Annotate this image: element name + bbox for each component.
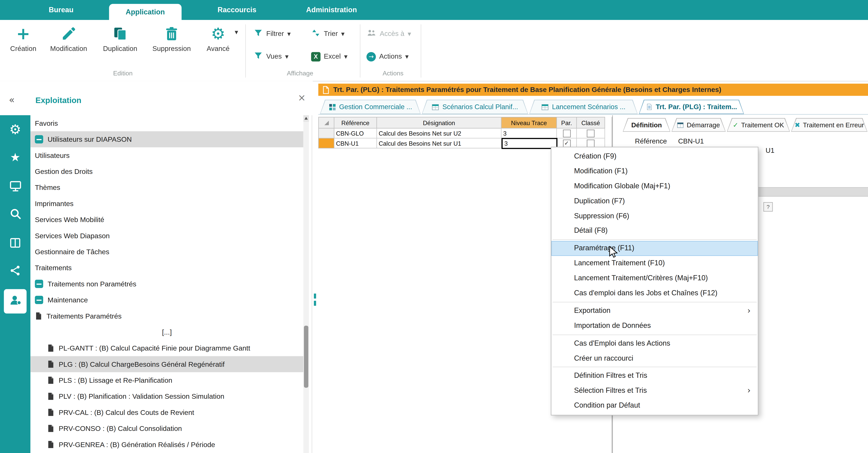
creation-button[interactable]: + Création <box>0 23 48 53</box>
checkbox-unchecked[interactable] <box>563 129 570 137</box>
tree-scrollbar[interactable] <box>303 115 309 453</box>
tree-item-ellipsis[interactable]: [...] <box>30 324 303 340</box>
menu-item-selection-filtres-tris[interactable]: Sélection Filtres et Tris› <box>551 384 758 398</box>
cell-designation[interactable]: Calcul des Besoins Net sur U1 <box>377 139 501 149</box>
tab-gestion-commerciale[interactable]: Gestion Commerciale ... <box>320 100 421 114</box>
tree-item-utilisateurs-diapason[interactable]: Utilisateurs sur DIAPASON <box>30 131 303 147</box>
menu-tab-bureau[interactable]: Bureau <box>49 0 73 20</box>
scrollbar-thumb[interactable] <box>304 326 308 388</box>
tree-item-traitements[interactable]: Traitements <box>30 260 303 276</box>
detail-tab-demarrage[interactable]: Démarrage <box>672 118 726 132</box>
column-header-par[interactable]: Par. <box>557 117 577 128</box>
menu-item-lancement-traitement-criteres[interactable]: Lancement Traitement/Critères (Maj+F10) <box>551 271 758 286</box>
menu-item-importation-donnees[interactable]: Importation de Données <box>551 319 758 333</box>
detail-tab-traitement-erreur[interactable]: ✖Traitement en Erreur <box>791 118 867 132</box>
menu-item-modification[interactable]: Modification (F1) <box>551 164 758 179</box>
avance-button[interactable]: ⚙ Avancé <box>194 23 243 53</box>
tree-item-gestion-droits[interactable]: Gestion des Droits <box>30 163 303 179</box>
cell-classe-checkbox[interactable] <box>577 128 605 139</box>
nav-settings-button[interactable]: ⚙ <box>0 117 30 142</box>
detail-tab-definition[interactable]: Définition <box>623 118 670 132</box>
menu-item-definition-filtres-tris[interactable]: Définition Filtres et Tris <box>551 368 758 383</box>
tree-item-services-web-mobilite[interactable]: Services Web Mobilité <box>30 212 303 228</box>
nav-layout-button[interactable] <box>0 232 30 256</box>
tree-item-services-web-diapason[interactable]: Services Web Diapason <box>30 228 303 244</box>
tree-item-pl-gantt[interactable]: PL-GANTT : (B) Calcul Capacité Finie pou… <box>30 340 303 356</box>
tab-trt-par-plg-active[interactable]: Trt. Par. (PLG) : Traitem... <box>639 100 744 114</box>
actions-button[interactable]: → Actions ▼ <box>367 50 409 63</box>
row-selector-current[interactable] <box>318 139 334 149</box>
tab-scenarios-calcul[interactable]: Scénarios Calcul Planif... <box>422 100 528 114</box>
nav-favorites-button[interactable]: ★ <box>0 145 30 169</box>
excel-button[interactable]: X Excel ▼ <box>311 50 347 63</box>
modification-button[interactable]: Modification <box>44 23 93 53</box>
tree-item-themes[interactable]: Thèmes <box>30 179 303 195</box>
cell-niveau-trace-selected[interactable]: 3 <box>501 138 557 149</box>
trier-dropdown-icon[interactable]: ▼ <box>341 31 344 36</box>
cell-reference[interactable]: CBN-GLO <box>334 128 377 139</box>
menu-item-condition-par-defaut[interactable]: Condition par Défaut <box>551 398 758 413</box>
tree-item-traitements-non-parametres[interactable]: Traitements non Paramétrés <box>30 276 303 292</box>
tree-item-imprimantes[interactable]: Imprimantes <box>30 195 303 212</box>
tree-item-utilisateurs[interactable]: Utilisateurs <box>30 147 303 163</box>
tree-item-maintenance[interactable]: Maintenance <box>30 292 303 308</box>
close-panel-icon[interactable]: × <box>298 92 306 103</box>
menu-tab-administration[interactable]: Administration <box>306 0 357 20</box>
menu-item-creer-raccourci[interactable]: Créer un raccourci <box>551 351 758 366</box>
excel-dropdown-icon[interactable]: ▼ <box>344 54 347 59</box>
column-header-niveau-trace[interactable]: Niveau Trace <box>501 117 557 128</box>
nav-search-button[interactable] <box>0 203 30 227</box>
nav-share-button[interactable] <box>0 259 30 283</box>
nav-desktop-button[interactable] <box>0 175 30 199</box>
column-header-classe[interactable]: Classé <box>577 117 605 128</box>
scroll-up-button[interactable] <box>303 115 309 122</box>
tree-item-prv-cal[interactable]: PRV-CAL : (B) Calcul des Couts de Revien… <box>30 404 303 420</box>
filtrer-dropdown-icon[interactable]: ▼ <box>287 31 290 36</box>
menu-item-creation[interactable]: Création (F9) <box>551 149 758 164</box>
designation-field-partial-value[interactable]: U1 <box>766 147 774 155</box>
checkbox-checked[interactable]: ✓ <box>563 139 570 147</box>
duplication-button[interactable]: Duplication <box>96 23 145 53</box>
filtrer-button[interactable]: Filtrer ▼ <box>253 28 290 40</box>
trier-button[interactable]: Trier ▼ <box>311 28 344 40</box>
detail-tab-traitement-ok[interactable]: ✓Traitement OK <box>727 118 790 132</box>
tree-item-pls[interactable]: PLS : (B) Lissage et Re-Planification <box>30 372 303 388</box>
cell-par-checkbox[interactable] <box>557 128 577 139</box>
cell-reference[interactable]: CBN-U1 <box>334 139 377 149</box>
actions-dropdown-icon[interactable]: ▼ <box>405 54 408 59</box>
tree-item-plg[interactable]: PLG : (B) Calcul ChargeBesoins Général R… <box>30 356 303 372</box>
reference-field-value[interactable]: CBN-U1 <box>678 138 704 145</box>
menu-tab-application[interactable]: Application <box>109 4 182 20</box>
help-button[interactable]: ? <box>764 202 773 212</box>
panel-splitter[interactable] <box>312 115 318 453</box>
menu-item-suppression[interactable]: Suppression (F6) <box>551 209 758 223</box>
checkbox-unchecked[interactable] <box>587 129 594 137</box>
tree-item-prv-genrea[interactable]: PRV-GENREA : (B) Génération Réalisés / P… <box>30 436 303 452</box>
menu-item-cas-emploi-actions[interactable]: Cas d'Emploi dans les Actions <box>551 336 758 351</box>
tree-item-favoris[interactable]: Favoris <box>30 115 303 131</box>
menu-tab-raccourcis[interactable]: Raccourcis <box>218 0 256 20</box>
menu-item-lancement-traitement[interactable]: Lancement Traitement (F10) <box>551 256 758 271</box>
menu-item-modification-globale[interactable]: Modification Globale (Maj+F1) <box>551 179 758 193</box>
menu-item-duplication[interactable]: Duplication (F7) <box>551 193 758 208</box>
tree-item-plv[interactable]: PLV : (B) Planification : Validation Ses… <box>30 388 303 404</box>
tree-item-gestionnaire-taches[interactable]: Gestionnaire de Tâches <box>30 244 303 260</box>
tab-lancement-scenarios[interactable]: Lancement Scénarios ... <box>529 100 638 114</box>
menu-item-exportation[interactable]: Exportation› <box>551 303 758 318</box>
menu-item-detail[interactable]: Détail (F8) <box>551 223 758 238</box>
column-header-designation[interactable]: Désignation <box>377 117 501 128</box>
tree-item-prv-conso[interactable]: PRV-CONSO : (B) Calcul Consolidation <box>30 420 303 436</box>
collapse-panel-icon[interactable]: « <box>9 94 14 105</box>
column-header-reference[interactable]: Référence <box>334 117 377 128</box>
menu-item-cas-emploi-jobs-chaines[interactable]: Cas d'emploi dans les Jobs et Chaînes (F… <box>551 286 758 301</box>
cell-niveau-trace[interactable]: 3 <box>501 128 557 139</box>
avance-dropdown-icon[interactable]: ▼ <box>235 30 238 35</box>
nav-users-button-selected[interactable] <box>0 289 30 313</box>
row-selector[interactable] <box>318 128 334 139</box>
suppression-button[interactable]: Suppression <box>147 23 196 53</box>
vues-dropdown-icon[interactable]: ▼ <box>285 54 288 59</box>
menu-item-parametrage-highlighted[interactable]: Paramétrage (F11) <box>551 241 758 256</box>
select-all-corner-cell[interactable] <box>318 117 334 128</box>
checkbox-unchecked[interactable] <box>587 139 594 147</box>
vues-button[interactable]: Vues ▼ <box>253 50 288 63</box>
